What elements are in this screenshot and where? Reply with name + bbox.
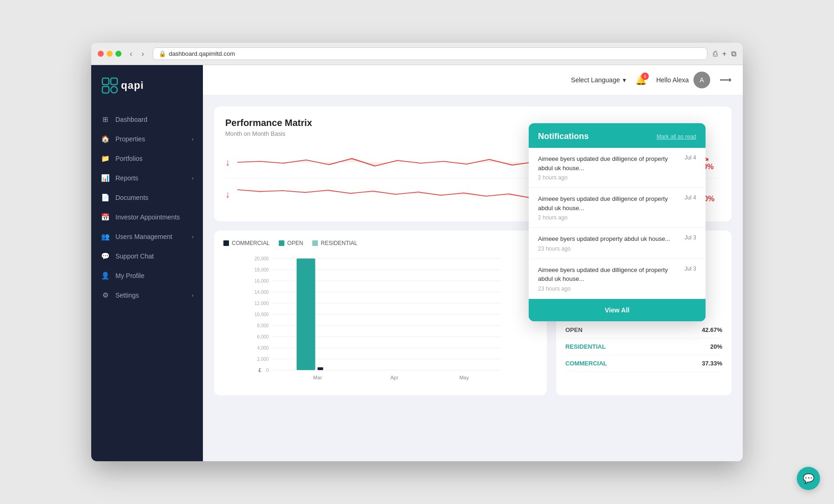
svg-text:4,000: 4,000 (257, 345, 269, 351)
windows-icon[interactable]: ⧉ (731, 50, 736, 58)
legend-row-residential: RESIDENTIAL 20% (565, 338, 722, 355)
reports-icon: 📊 (101, 174, 110, 182)
users-icon: 👥 (101, 232, 110, 241)
view-all-button[interactable]: View All (529, 299, 706, 321)
address-bar[interactable]: 🔒 dashboard.qapimltd.com (153, 47, 707, 60)
portfolios-icon: 📁 (101, 154, 110, 163)
svg-rect-1 (102, 86, 109, 93)
chart-legend: COMMERCIAL OPEN RESIDENTIAL (223, 240, 538, 246)
share-icon[interactable]: ⎙ (713, 50, 718, 58)
user-info[interactable]: Hello Alexa A (656, 72, 710, 88)
notification-bell[interactable]: 🔔 1 (635, 74, 647, 86)
sidebar-item-users-management[interactable]: 👥 Users Management › (91, 227, 203, 246)
legend-residential: RESIDENTIAL (312, 240, 357, 246)
notification-item-1[interactable]: Aimeee byers updated due dilligence of p… (529, 148, 706, 188)
main-content: Performance Matrix Month on Month Basis … (203, 95, 743, 461)
open-label: OPEN (287, 240, 303, 246)
open-label: OPEN (565, 326, 583, 333)
sidebar-item-label: Investor Appointments (115, 213, 180, 221)
profile-icon: 👤 (101, 272, 110, 280)
sidebar-item-reports[interactable]: 📊 Reports › (91, 168, 203, 188)
new-tab-icon[interactable]: + (722, 50, 726, 58)
legend-row-open: OPEN 42.67% (565, 322, 722, 338)
svg-text:20,000: 20,000 (255, 256, 269, 261)
sidebar-item-label: Documents (115, 194, 148, 201)
sidebar-item-support-chat[interactable]: 💬 Support Chat (91, 246, 203, 266)
header: Select Language ▾ 🔔 1 Hello Alexa A ⟶ (203, 65, 743, 95)
svg-rect-0 (102, 78, 109, 85)
sidebar-item-my-profile[interactable]: 👤 My Profile (91, 266, 203, 285)
svg-text:2,000: 2,000 (257, 357, 269, 362)
sidebar: qapi ⊞ Dashboard 🏠 Properties › (91, 65, 203, 461)
notif-text-4: Aimeee byers updated due dilligence of p… (538, 265, 681, 284)
notification-item-2[interactable]: Aimeee byers updated due dilligence of p… (529, 188, 706, 228)
settings-icon: ⚙ (101, 291, 110, 299)
language-selector[interactable]: Select Language ▾ (571, 76, 626, 84)
svg-text:8,000: 8,000 (257, 323, 269, 328)
chat-icon: 💬 (101, 252, 110, 260)
residential-dot (312, 240, 318, 246)
language-chevron-icon: ▾ (623, 76, 626, 84)
avatar: A (693, 72, 710, 88)
sidebar-item-documents[interactable]: 📄 Documents (91, 188, 203, 207)
perf-pct-1: ↘ 0% (703, 154, 720, 171)
notifications-header: Notifications Mark all as read (529, 123, 706, 148)
svg-text:14,000: 14,000 (255, 290, 269, 295)
sidebar-item-investor-appointments[interactable]: 📅 Investor Appointments (91, 207, 203, 227)
legend-open: OPEN (279, 240, 303, 246)
notif-time-3: 23 hours ago (538, 245, 696, 252)
mark-all-read-button[interactable]: Mark all as read (657, 133, 696, 140)
logo-container: qapi (91, 65, 203, 106)
notif-time-1: 2 hours ago (538, 174, 696, 181)
properties-icon: 🏠 (101, 135, 110, 143)
sidebar-item-portfolios[interactable]: 📁 Portfolios (91, 149, 203, 168)
notif-date-3: Jul 3 (685, 234, 696, 241)
dashboard-icon: ⊞ (101, 115, 110, 124)
commercial-label: COMMERCIAL (565, 360, 607, 367)
documents-icon: 📄 (101, 193, 110, 202)
legend-row-commercial: COMMERCIAL 37.33% (565, 355, 722, 372)
sidebar-item-dashboard[interactable]: ⊞ Dashboard (91, 110, 203, 129)
logout-button[interactable]: ⟶ (720, 75, 732, 85)
sidebar-item-settings[interactable]: ⚙ Settings › (91, 285, 203, 305)
dot-minimize[interactable] (107, 51, 113, 57)
commercial-dot (223, 240, 229, 246)
user-greeting: Hello Alexa (656, 76, 689, 84)
sidebar-item-label: Settings (115, 292, 139, 299)
residential-value: 20% (710, 343, 722, 350)
svg-point-3 (111, 86, 117, 93)
back-button[interactable]: ‹ (127, 49, 135, 59)
appointments-icon: 📅 (101, 213, 110, 221)
chevron-right-icon: › (192, 136, 194, 142)
svg-text:£: £ (258, 367, 261, 373)
bar-chart-container: COMMERCIAL OPEN RESIDENTIAL (214, 231, 547, 395)
lock-icon: 🔒 (159, 50, 166, 57)
logo-text: qapi (121, 80, 144, 92)
chevron-right-icon: › (192, 292, 194, 298)
svg-text:18,000: 18,000 (255, 267, 269, 272)
open-value: 42.67% (702, 326, 722, 333)
notification-item-4[interactable]: Aimeee byers updated due dilligence of p… (529, 259, 706, 299)
sidebar-item-label: Dashboard (115, 116, 148, 123)
forward-button[interactable]: › (139, 49, 147, 59)
notifications-panel: Notifications Mark all as read Aimeee by… (529, 123, 706, 321)
chevron-right-icon: › (192, 234, 194, 239)
notif-text-1: Aimeee byers updated due dilligence of p… (538, 154, 681, 172)
notif-text-3: Aimeee byers updated property abdul uk h… (538, 234, 681, 244)
svg-text:10,000: 10,000 (255, 312, 269, 317)
notifications-title: Notifications (538, 132, 589, 141)
notification-item-3[interactable]: Aimeee byers updated property abdul uk h… (529, 228, 706, 259)
sidebar-item-label: Support Chat (115, 252, 154, 260)
dot-close[interactable] (98, 51, 104, 57)
bar-chart-svg: 20,000 18,000 16,000 14,000 12,000 10,00… (223, 254, 538, 384)
browser-navigation: ‹ › (127, 49, 147, 59)
language-label: Select Language (571, 76, 620, 84)
dot-maximize[interactable] (115, 51, 121, 57)
sidebar-item-label: Users Management (115, 233, 172, 240)
svg-text:0: 0 (266, 368, 269, 373)
sidebar-item-label: Reports (115, 174, 138, 182)
sidebar-item-properties[interactable]: 🏠 Properties › (91, 129, 203, 149)
sidebar-item-label: Properties (115, 135, 145, 143)
svg-rect-27 (296, 259, 315, 370)
down-arrow-icon-2: ↓ (225, 189, 230, 200)
